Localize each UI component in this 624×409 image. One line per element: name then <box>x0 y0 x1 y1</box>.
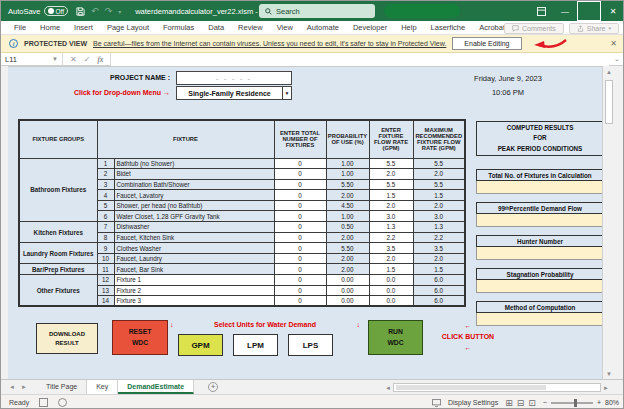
ribbon-tab-insert[interactable]: Insert <box>67 21 100 34</box>
name-box[interactable]: L11▼ <box>1 53 63 66</box>
dropdown-caret-icon[interactable]: ▼ <box>282 87 291 99</box>
normal-view-icon[interactable]: ⊞ <box>505 398 513 408</box>
ribbon-tab-file[interactable]: File <box>7 21 33 34</box>
fixture-flow-rate-input[interactable]: 2.2 <box>369 232 413 243</box>
fixture-flow-rate-input[interactable]: 1.3 <box>369 222 413 233</box>
ribbon-tab-page-layout[interactable]: Page Layout <box>100 21 156 34</box>
fixture-count-input[interactable]: 0 <box>274 296 326 307</box>
download-result-button[interactable]: DOWNLOAD RESULT <box>36 323 98 354</box>
fixture-count-input[interactable]: 0 <box>274 158 326 169</box>
page-break-preview-icon[interactable]: ⊡ <box>528 398 536 408</box>
scroll-up-icon[interactable]: ▲ <box>604 66 614 77</box>
probability-of-use[interactable]: 0.00 <box>326 285 369 296</box>
fixture-flow-rate-input[interactable]: 1.5 <box>369 190 413 201</box>
fixture-flow-rate-input[interactable]: 5.5 <box>369 158 413 169</box>
horizontal-scrollbar[interactable]: ◄ ► <box>383 382 611 393</box>
fixture-name[interactable]: Fixture 2 <box>114 285 274 296</box>
fixture-count-input[interactable]: 0 <box>274 285 326 296</box>
ribbon-tab-formulas[interactable]: Formulas <box>156 21 201 34</box>
fixture-flow-rate-input[interactable]: 3.0 <box>369 211 413 222</box>
fixture-count-input[interactable]: 0 <box>274 211 326 222</box>
zoom-out-icon[interactable]: − <box>543 399 547 406</box>
ribbon-tab-help[interactable]: Help <box>394 21 423 34</box>
unit-button-lps[interactable]: LPS <box>288 334 333 356</box>
zoom-level[interactable]: 80% <box>605 399 619 406</box>
page-layout-view-icon[interactable]: ⊟ <box>517 398 525 408</box>
unit-button-lpm[interactable]: LPM <box>233 334 278 356</box>
formula-input[interactable] <box>111 53 609 66</box>
minimize-button[interactable]: — <box>553 1 577 21</box>
fixture-count-input[interactable]: 0 <box>274 222 326 233</box>
macro-record-icon[interactable] <box>39 398 48 407</box>
scroll-left-icon[interactable]: ◄ <box>383 385 393 391</box>
zoom-in-icon[interactable]: + <box>597 399 601 406</box>
fixture-flow-rate-input[interactable]: 1.5 <box>369 264 413 275</box>
project-name-input[interactable]: - - - - - <box>176 71 292 85</box>
display-settings-label[interactable]: Display Settings <box>448 399 498 406</box>
ribbon-tab-review[interactable]: Review <box>231 21 270 34</box>
probability-of-use[interactable]: 0.00 <box>326 275 369 286</box>
ribbon-tab-developer[interactable]: Developer <box>346 21 394 34</box>
unit-button-gpm[interactable]: GPM <box>178 334 223 356</box>
fixture-count-input[interactable]: 0 <box>274 243 326 254</box>
fixture-flow-rate-input[interactable]: 0.0 <box>369 285 413 296</box>
fixture-count-input[interactable]: 0 <box>274 232 326 243</box>
formula-bar-expand-icon[interactable]: ⌄ <box>609 55 624 63</box>
sheet-tab-title-page[interactable]: Title Page <box>37 380 87 394</box>
qat-customize-icon[interactable]: ▾ <box>118 8 121 15</box>
fixture-flow-rate-input[interactable]: 2.0 <box>369 169 413 180</box>
protected-view-message[interactable]: Be careful—files from the Internet can c… <box>93 40 446 47</box>
fixture-count-input[interactable]: 0 <box>274 190 326 201</box>
zoom-slider-thumb[interactable] <box>574 399 577 407</box>
vertical-scrollbar[interactable]: ▲ ▼ <box>602 66 614 379</box>
fixture-count-input[interactable]: 0 <box>274 275 326 286</box>
maximize-button[interactable] <box>577 1 601 21</box>
ribbon-tab-laserfiche[interactable]: Laserfiche <box>424 21 473 34</box>
fixture-flow-rate-input[interactable]: 3.5 <box>369 243 413 254</box>
fixture-name[interactable]: Fixture 3 <box>114 296 274 307</box>
run-wdc-button[interactable]: RUN WDC <box>368 320 423 355</box>
fixture-count-input[interactable]: 0 <box>274 169 326 180</box>
ribbon-tab-data[interactable]: Data <box>201 21 231 34</box>
scroll-down-icon[interactable]: ▼ <box>604 368 614 379</box>
search-box[interactable]: Search <box>259 4 375 18</box>
sheet-tab-key[interactable]: Key <box>87 380 118 394</box>
sheet-tab-demandestimate[interactable]: DemandEstimate <box>118 380 194 394</box>
accessibility-checker-icon[interactable] <box>58 398 67 407</box>
reset-wdc-button[interactable]: RESET WDC <box>112 320 168 355</box>
zoom-slider[interactable] <box>551 402 593 404</box>
ribbon-tab-view[interactable]: View <box>270 21 300 34</box>
redo-icon[interactable]: ↷ <box>105 6 113 16</box>
insert-function-icon[interactable]: fx <box>97 55 103 64</box>
fixture-flow-rate-input[interactable]: 0.0 <box>369 296 413 307</box>
fixture-flow-rate-input[interactable]: 5.5 <box>369 179 413 190</box>
autosave-toggle[interactable]: AutoSave Off <box>8 6 68 16</box>
ribbon-tab-home[interactable]: Home <box>33 21 67 34</box>
sheet-nav-left-icon[interactable]: ◄ <box>9 384 15 390</box>
cancel-entry-icon[interactable]: ✕ <box>70 55 77 64</box>
new-sheet-button[interactable]: + <box>208 382 218 392</box>
fixture-flow-rate-input[interactable]: 2.0 <box>369 253 413 264</box>
close-button[interactable]: ✕ <box>601 1 624 21</box>
save-icon[interactable] <box>76 7 85 16</box>
ribbon-display-options-icon[interactable] <box>529 1 553 21</box>
fixture-count-input[interactable]: 0 <box>274 253 326 264</box>
comments-button[interactable]: Comments <box>504 23 564 34</box>
probability-of-use[interactable]: 0.00 <box>326 296 369 307</box>
share-button[interactable]: Share ▾ <box>569 23 619 34</box>
scroll-right-icon[interactable]: ► <box>601 385 611 391</box>
fixture-count-input[interactable]: 0 <box>274 264 326 275</box>
vertical-scroll-thumb[interactable] <box>605 80 613 124</box>
undo-icon[interactable]: ↶ <box>91 6 99 16</box>
fixture-count-input[interactable]: 0 <box>274 200 326 211</box>
fixture-flow-rate-input[interactable]: 2.0 <box>369 200 413 211</box>
fixture-count-input[interactable]: 0 <box>274 179 326 190</box>
project-type-dropdown[interactable]: Single-Family Residence ▼ <box>176 86 292 100</box>
confirm-entry-icon[interactable]: ✓ <box>84 55 91 64</box>
sheet-nav-right-icon[interactable]: ► <box>21 384 27 390</box>
fixture-name[interactable]: Fixture 1 <box>114 275 274 286</box>
ribbon-tab-automate[interactable]: Automate <box>300 21 346 34</box>
enable-editing-button[interactable]: Enable Editing <box>452 37 521 50</box>
fixture-flow-rate-input[interactable]: 0.0 <box>369 275 413 286</box>
horizontal-scroll-thumb[interactable] <box>396 385 546 390</box>
